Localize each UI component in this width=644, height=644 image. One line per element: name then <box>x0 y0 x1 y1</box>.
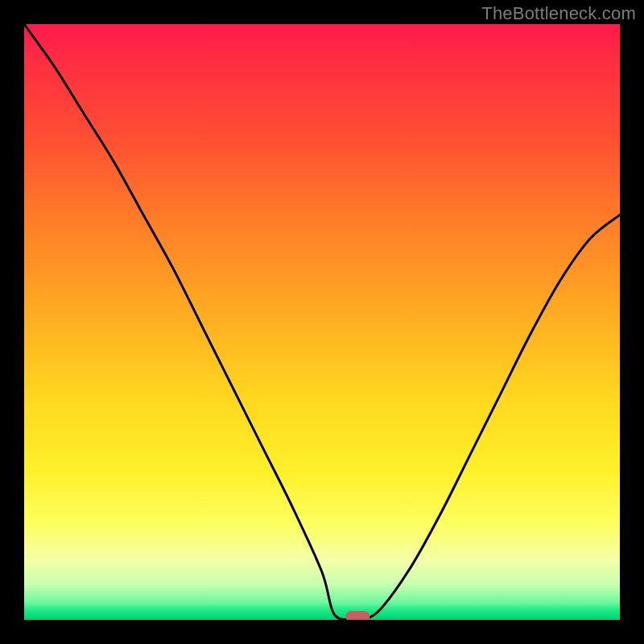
watermark-text: TheBottleneck.com <box>481 3 636 24</box>
chart-frame: TheBottleneck.com <box>0 0 644 644</box>
optimal-marker <box>345 611 369 620</box>
bottleneck-curve <box>24 24 620 620</box>
plot-area <box>24 24 620 620</box>
chart-svg <box>24 24 620 620</box>
